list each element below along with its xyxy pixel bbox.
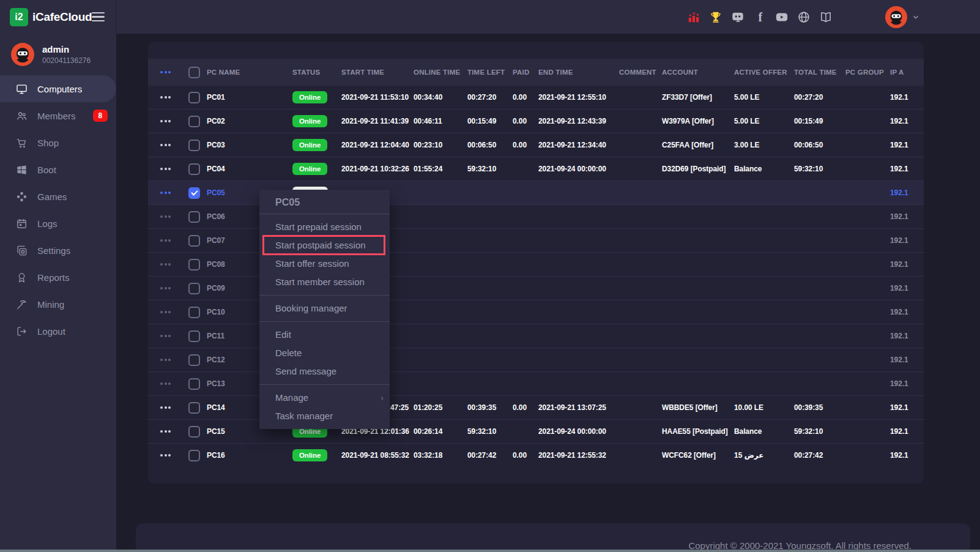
sidebar-item-logout[interactable]: Logout — [0, 318, 116, 345]
pc-name: PC12 — [207, 356, 225, 364]
pickaxe-icon — [16, 299, 28, 310]
menu-item-start-offer-session[interactable]: Start offer session — [259, 255, 390, 273]
row-checkbox[interactable] — [188, 235, 200, 247]
cell-end-time: 2021-09-21 13:07:25 — [538, 403, 619, 412]
row-actions-icon[interactable] — [160, 430, 188, 433]
sidebar-item-settings[interactable]: Settings — [0, 237, 116, 264]
icafecloud-app: i2 iCafeCloud ★★★f — [0, 0, 980, 552]
row-checkbox[interactable] — [188, 402, 200, 414]
cell-start-time: 2021-09-21 10:32:26 — [341, 165, 414, 173]
row-checkbox[interactable] — [188, 450, 200, 461]
row-checkbox[interactable] — [188, 163, 200, 175]
ranking-icon[interactable]: ★★★ — [687, 10, 700, 24]
cell-ip-address: 192.1 — [890, 212, 924, 221]
row-checkbox[interactable] — [188, 140, 200, 151]
status-badge: Online — [292, 91, 327, 103]
sidebar-item-label: Shop — [37, 138, 59, 148]
table-row: PC04Online2021-09-21 10:32:2601:55:2459:… — [148, 157, 924, 181]
sidebar-item-games[interactable]: Games — [0, 183, 116, 210]
row-actions-icon[interactable] — [160, 120, 188, 122]
calendar-icon — [16, 218, 28, 229]
row-actions-icon[interactable] — [160, 382, 188, 385]
sidebar-item-label: Reports — [37, 272, 70, 283]
book-icon[interactable] — [819, 10, 833, 24]
sidebar-item-label: Members — [37, 111, 76, 121]
facebook-icon[interactable]: f — [753, 10, 767, 24]
row-actions-icon[interactable] — [160, 454, 188, 457]
sidebar-item-mining[interactable]: Mining — [0, 291, 116, 318]
header-ip-a: IP A — [890, 69, 924, 76]
user-name: admin — [42, 44, 91, 54]
menu-group: Start prepaid sessionStart postpaid sess… — [259, 214, 390, 295]
row-checkbox[interactable] — [188, 354, 200, 366]
select-all-checkbox[interactable] — [188, 67, 200, 78]
menu-item-edit[interactable]: Edit — [259, 326, 390, 344]
menu-item-start-member-session[interactable]: Start member session — [259, 273, 390, 291]
sidebar-item-shop[interactable]: Shop — [0, 129, 116, 156]
row-checkbox[interactable] — [188, 187, 200, 199]
row-actions-icon[interactable] — [160, 311, 188, 313]
header-time-left: TIME LEFT — [467, 69, 513, 76]
row-actions-icon[interactable] — [160, 359, 188, 361]
globe-icon[interactable] — [797, 10, 811, 24]
pc-name-cell: PC01 — [188, 92, 292, 103]
row-actions-icon[interactable] — [160, 168, 188, 170]
menu-item-send-message[interactable]: Send message — [259, 362, 390, 381]
sidebar-item-boot[interactable]: Boot — [0, 156, 116, 183]
menu-item-booking-manager[interactable]: Booking manager — [259, 299, 390, 318]
row-checkbox[interactable] — [188, 307, 200, 318]
row-actions-icon[interactable] — [160, 287, 188, 289]
menu-item-start-postpaid-session[interactable]: Start postpaid session — [259, 236, 390, 255]
menu-toggle-button[interactable] — [92, 12, 105, 22]
sidebar-item-computers[interactable]: Computers — [0, 75, 116, 102]
status-cell: Online — [292, 163, 341, 175]
menu-group: Manage›Task manager — [259, 385, 390, 429]
row-checkbox[interactable] — [188, 426, 200, 438]
cell-time-left: 59:32:10 — [467, 427, 513, 436]
row-actions-icon[interactable] — [160, 144, 188, 146]
pc-name: PC05 — [207, 188, 225, 197]
cell-online-time: 01:55:24 — [414, 165, 467, 173]
row-checkbox[interactable] — [188, 283, 200, 294]
sidebar-item-members[interactable]: Members8 — [0, 102, 116, 129]
cell-account: C25FAA [Offer] — [662, 141, 734, 149]
menu-group: EditDeleteSend message — [259, 322, 390, 384]
row-checkbox[interactable] — [188, 378, 200, 390]
cell-active-offer: 15 عرض — [734, 451, 794, 460]
youtube-icon[interactable] — [775, 10, 789, 24]
trophy-icon[interactable] — [709, 10, 722, 24]
row-actions-icon[interactable] — [160, 263, 188, 266]
sidebar-item-label: Boot — [37, 165, 56, 175]
sidebar-item-logs[interactable]: Logs — [0, 210, 116, 237]
row-actions-icon[interactable] — [160, 335, 188, 337]
table-row: PC03Online2021-09-21 12:04:4000:23:1000:… — [148, 133, 924, 157]
row-actions-icon[interactable] — [160, 239, 188, 242]
row-checkbox[interactable] — [188, 92, 200, 103]
cell-time-left: 59:32:10 — [467, 165, 513, 173]
row-actions-icon[interactable] — [160, 96, 188, 99]
row-actions-icon[interactable] — [160, 215, 188, 218]
row-actions-icon[interactable] — [160, 192, 188, 194]
row-checkbox[interactable] — [188, 211, 200, 223]
pc-name: PC01 — [207, 93, 225, 102]
menu-item-manage[interactable]: Manage› — [259, 389, 390, 407]
user-menu[interactable] — [885, 6, 920, 28]
menu-item-start-prepaid-session[interactable]: Start prepaid session — [259, 218, 390, 236]
cell-time-left: 00:15:49 — [467, 117, 513, 125]
row-actions-icon[interactable] — [160, 406, 188, 409]
header-label: PC NAME — [207, 69, 240, 76]
row-checkbox[interactable] — [188, 259, 200, 270]
cell-start-time: 2021-09-21 11:53:10 — [341, 93, 414, 102]
menu-item-delete[interactable]: Delete — [259, 344, 390, 362]
cell-ip-address: 192.1 — [890, 427, 924, 436]
row-checkbox[interactable] — [188, 116, 200, 127]
header-pc-name: PC NAME — [188, 67, 292, 78]
header-comment: COMMENT — [619, 69, 662, 76]
bulk-actions-icon[interactable] — [160, 71, 188, 73]
row-checkbox[interactable] — [188, 330, 200, 342]
discord-icon[interactable] — [731, 10, 744, 24]
footer: Copyright © 2000-2021 Youngzsoft. All ri… — [136, 523, 970, 552]
menu-item-task-manager[interactable]: Task manager — [259, 407, 390, 425]
header-total-time: TOTAL TIME — [794, 69, 845, 76]
sidebar-item-reports[interactable]: Reports — [0, 264, 116, 291]
